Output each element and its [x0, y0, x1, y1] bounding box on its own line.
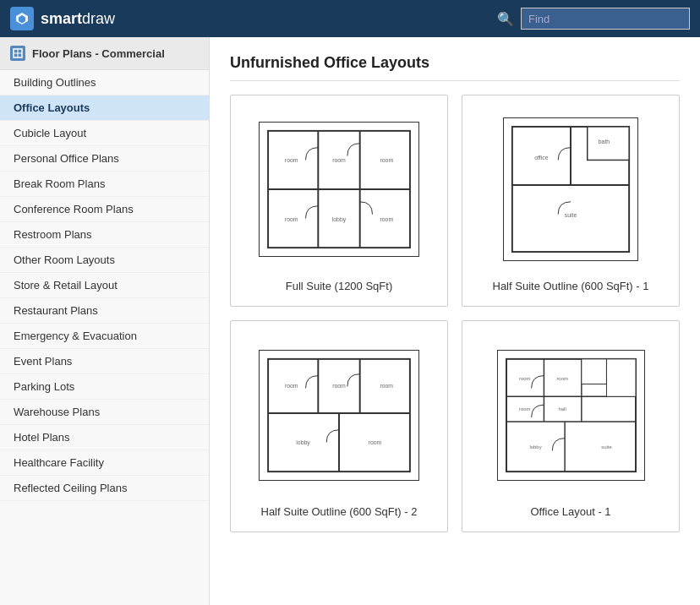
logo-text: smartdraw: [41, 10, 115, 28]
svg-text:office: office: [534, 155, 549, 161]
card-half-suite-600-2[interactable]: room room room lobby room Half Suite Out…: [230, 320, 448, 532]
sidebar-header-label: Floor Plans - Commercial: [32, 47, 165, 60]
card-image-4: room room room hall lobby suite: [476, 335, 665, 495]
sidebar-item-2[interactable]: Cubicle Layout: [0, 121, 209, 146]
logo-area: smartdraw: [10, 7, 497, 30]
sidebar-item-16[interactable]: Reflected Ceiling Plans: [0, 476, 209, 501]
card-label-1: Full Suite (1200 SqFt): [286, 280, 392, 292]
sidebar: Floor Plans - Commercial Building Outlin…: [0, 37, 210, 605]
sidebar-item-13[interactable]: Warehouse Plans: [0, 400, 209, 425]
sidebar-item-12[interactable]: Parking Lots: [0, 374, 209, 400]
svg-text:hall: hall: [558, 406, 566, 412]
sidebar-item-4[interactable]: Break Room Plans: [0, 172, 209, 197]
svg-rect-41: [581, 358, 606, 384]
card-office-layout-1[interactable]: room room room hall lobby suite Office L…: [462, 320, 680, 532]
card-label-2: Half Suite Outline (600 SqFt) - 1: [493, 280, 649, 292]
content-title: Unfurnished Office Layouts: [230, 54, 680, 81]
card-label-4: Office Layout - 1: [530, 505, 610, 518]
card-image-1: room room room room lobby room: [244, 109, 434, 270]
content-area: Unfurnished Office Layouts: [210, 37, 700, 605]
svg-text:lobby: lobby: [296, 439, 310, 445]
sidebar-header: Floor Plans - Commercial: [0, 37, 209, 70]
search-input[interactable]: [521, 8, 690, 30]
svg-text:bath: bath: [599, 139, 610, 144]
svg-text:room: room: [332, 383, 346, 389]
card-full-suite-1200[interactable]: room room room room lobby room Full Suit…: [230, 95, 448, 307]
sidebar-item-9[interactable]: Restaurant Plans: [0, 298, 209, 324]
sidebar-item-14[interactable]: Hotel Plans: [0, 425, 209, 450]
sidebar-item-7[interactable]: Other Room Layouts: [0, 248, 209, 273]
card-label-3: Half Suite Outline (600 SqFt) - 2: [261, 505, 418, 518]
svg-text:room: room: [518, 375, 530, 380]
svg-text:room: room: [285, 216, 298, 222]
sidebar-item-11[interactable]: Event Plans: [0, 349, 209, 374]
app-header: smartdraw 🔍: [0, 0, 700, 37]
svg-text:suite: suite: [601, 444, 612, 450]
cards-grid: room room room room lobby room Full Suit…: [230, 95, 680, 532]
search-button[interactable]: 🔍: [497, 11, 514, 27]
search-area: 🔍: [497, 8, 690, 30]
sidebar-item-3[interactable]: Personal Office Plans: [0, 146, 209, 172]
card-half-suite-600-1[interactable]: office bath suite Half Suite Outline (60…: [462, 95, 680, 307]
sidebar-items-container: Building OutlinesOffice LayoutsCubicle L…: [0, 70, 209, 501]
svg-text:room: room: [332, 157, 346, 163]
floor-plans-icon: [10, 46, 25, 61]
sidebar-item-10[interactable]: Emergency & Evacuation: [0, 324, 209, 349]
card-image-2: office bath suite: [476, 109, 665, 270]
sidebar-item-0[interactable]: Building Outlines: [0, 70, 209, 95]
svg-text:room: room: [285, 157, 298, 163]
svg-text:room: room: [380, 216, 393, 222]
svg-text:room: room: [518, 406, 530, 412]
sidebar-item-15[interactable]: Healthcare Facility: [0, 450, 209, 476]
main-layout: Floor Plans - Commercial Building Outlin…: [0, 37, 700, 605]
sidebar-item-1[interactable]: Office Layouts: [0, 95, 209, 121]
sidebar-item-5[interactable]: Conference Room Plans: [0, 197, 209, 222]
svg-text:room: room: [380, 383, 393, 389]
svg-text:room: room: [285, 383, 298, 389]
svg-text:room: room: [380, 157, 393, 163]
sidebar-item-6[interactable]: Restroom Plans: [0, 222, 209, 248]
svg-text:lobby: lobby: [529, 444, 541, 450]
svg-text:room: room: [369, 439, 382, 444]
svg-rect-42: [606, 358, 636, 395]
svg-text:room: room: [556, 375, 568, 380]
logo-icon: [10, 7, 34, 30]
card-image-3: room room room lobby room: [244, 335, 434, 495]
sidebar-item-8[interactable]: Store & Retail Layout: [0, 273, 209, 298]
svg-text:suite: suite: [565, 212, 577, 218]
svg-text:lobby: lobby: [332, 216, 347, 223]
